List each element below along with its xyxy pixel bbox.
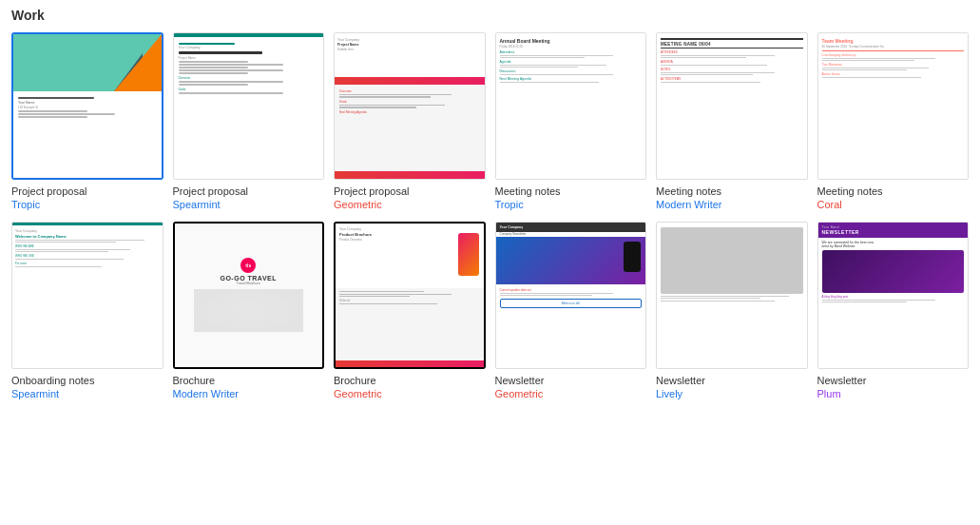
templates-grid: Your Name 123 Example St Project proposa… bbox=[11, 32, 969, 400]
template-item-newsletter-geometric[interactable]: Your Company Company Newsletter Current … bbox=[495, 222, 647, 401]
template-item-newsletter-lively[interactable]: ♥ We have a surprise! NewsletterLively bbox=[656, 222, 808, 401]
template-item-project-proposal-spearmint[interactable]: Your Company Project Name Overview Goals… bbox=[173, 32, 325, 212]
template-name-project-proposal-geometric: Project proposal bbox=[334, 185, 486, 198]
template-name-newsletter-lively: Newsletter bbox=[656, 374, 808, 387]
template-label-newsletter-geometric: NewsletterGeometric bbox=[495, 374, 647, 401]
section-title: Work bbox=[11, 8, 969, 23]
template-item-meeting-notes-coral[interactable]: Team Meeting 30 September 2016 · Sunday … bbox=[817, 32, 970, 212]
template-name-project-proposal-spearmint: Project proposal bbox=[173, 185, 325, 198]
template-thumb-onboarding-notes-spearmint[interactable]: Your Company Welcome to Company Name WHO… bbox=[11, 222, 163, 369]
template-label-onboarding-notes-spearmint: Onboarding notesSpearmint bbox=[11, 374, 163, 401]
template-label-brochure-geometric: BrochureGeometric bbox=[334, 374, 486, 401]
template-name-meeting-notes-coral: Meeting notes bbox=[817, 185, 970, 198]
template-label-meeting-notes-modern-writer: Meeting notesModern Writer bbox=[656, 185, 808, 212]
template-name-brochure-modern-writer: Brochure bbox=[173, 374, 325, 387]
template-label-project-proposal-spearmint: Project proposalSpearmint bbox=[173, 185, 325, 212]
template-item-newsletter-plum[interactable]: Your Band NEWSLETTER We are nominated fo… bbox=[817, 222, 970, 401]
template-style-meeting-notes-coral: Coral bbox=[817, 198, 970, 211]
template-item-meeting-notes-tropic[interactable]: Annual Board Meeting Friday 2018-12-01 A… bbox=[495, 32, 647, 212]
template-thumb-newsletter-lively[interactable]: ♥ We have a surprise! bbox=[656, 222, 808, 369]
template-name-meeting-notes-tropic: Meeting notes bbox=[495, 185, 647, 198]
template-thumb-brochure-geometric[interactable]: Your Company Product Brochure Product Ov… bbox=[334, 222, 486, 369]
template-thumb-meeting-notes-tropic[interactable]: Annual Board Meeting Friday 2018-12-01 A… bbox=[495, 32, 647, 180]
template-label-project-proposal-tropic: Project proposalTropic bbox=[11, 185, 163, 212]
template-style-project-proposal-geometric: Geometric bbox=[334, 198, 486, 211]
template-style-onboarding-notes-spearmint: Spearmint bbox=[11, 387, 163, 400]
template-name-newsletter-plum: Newsletter bbox=[817, 374, 970, 387]
template-label-newsletter-plum: NewsletterPlum bbox=[817, 374, 970, 401]
template-label-brochure-modern-writer: BrochureModern Writer bbox=[173, 374, 325, 401]
template-thumb-project-proposal-tropic[interactable]: Your Name 123 Example St bbox=[11, 32, 163, 180]
template-item-project-proposal-geometric[interactable]: Your Company Project Name Subtitle here … bbox=[334, 32, 486, 212]
template-thumb-meeting-notes-coral[interactable]: Team Meeting 30 September 2016 · Sunday … bbox=[817, 32, 970, 180]
template-style-project-proposal-tropic: Tropic bbox=[11, 198, 163, 211]
template-thumb-project-proposal-spearmint[interactable]: Your Company Project Name Overview Goals bbox=[173, 32, 325, 180]
template-name-project-proposal-tropic: Project proposal bbox=[11, 185, 163, 198]
template-item-brochure-geometric[interactable]: Your Company Product Brochure Product Ov… bbox=[334, 222, 486, 401]
template-thumb-newsletter-geometric[interactable]: Your Company Company Newsletter Current … bbox=[495, 222, 647, 369]
template-item-onboarding-notes-spearmint[interactable]: Your Company Welcome to Company Name WHO… bbox=[11, 222, 163, 401]
template-name-newsletter-geometric: Newsletter bbox=[495, 374, 647, 387]
template-thumb-meeting-notes-modern-writer[interactable]: MEETING NAME 09/04 ATTENDEES AGENDA NOTE… bbox=[656, 32, 808, 180]
template-item-project-proposal-tropic[interactable]: Your Name 123 Example St Project proposa… bbox=[11, 32, 163, 212]
template-label-meeting-notes-tropic: Meeting notesTropic bbox=[495, 185, 647, 212]
template-style-newsletter-lively: Lively bbox=[656, 387, 808, 400]
template-style-meeting-notes-tropic: Tropic bbox=[495, 198, 647, 211]
template-style-project-proposal-spearmint: Spearmint bbox=[173, 198, 325, 211]
template-style-meeting-notes-modern-writer: Modern Writer bbox=[656, 198, 808, 211]
template-style-newsletter-geometric: Geometric bbox=[495, 387, 647, 400]
template-style-brochure-geometric: Geometric bbox=[334, 387, 486, 400]
template-thumb-newsletter-plum[interactable]: Your Band NEWSLETTER We are nominated fo… bbox=[817, 222, 970, 369]
template-name-meeting-notes-modern-writer: Meeting notes bbox=[656, 185, 808, 198]
template-name-onboarding-notes-spearmint: Onboarding notes bbox=[11, 374, 163, 387]
template-label-project-proposal-geometric: Project proposalGeometric bbox=[334, 185, 486, 212]
template-label-meeting-notes-coral: Meeting notesCoral bbox=[817, 185, 970, 212]
template-style-brochure-modern-writer: Modern Writer bbox=[173, 387, 325, 400]
template-item-meeting-notes-modern-writer[interactable]: MEETING NAME 09/04 ATTENDEES AGENDA NOTE… bbox=[656, 32, 808, 212]
template-thumb-project-proposal-geometric[interactable]: Your Company Project Name Subtitle here … bbox=[334, 32, 486, 180]
template-thumb-brochure-modern-writer[interactable]: tls GO-GO TRAVEL Travel Brochure bbox=[173, 222, 325, 369]
template-label-newsletter-lively: NewsletterLively bbox=[656, 374, 808, 401]
template-item-brochure-modern-writer[interactable]: tls GO-GO TRAVEL Travel Brochure Brochur… bbox=[173, 222, 325, 401]
template-name-brochure-geometric: Brochure bbox=[334, 374, 486, 387]
template-style-newsletter-plum: Plum bbox=[817, 387, 970, 400]
